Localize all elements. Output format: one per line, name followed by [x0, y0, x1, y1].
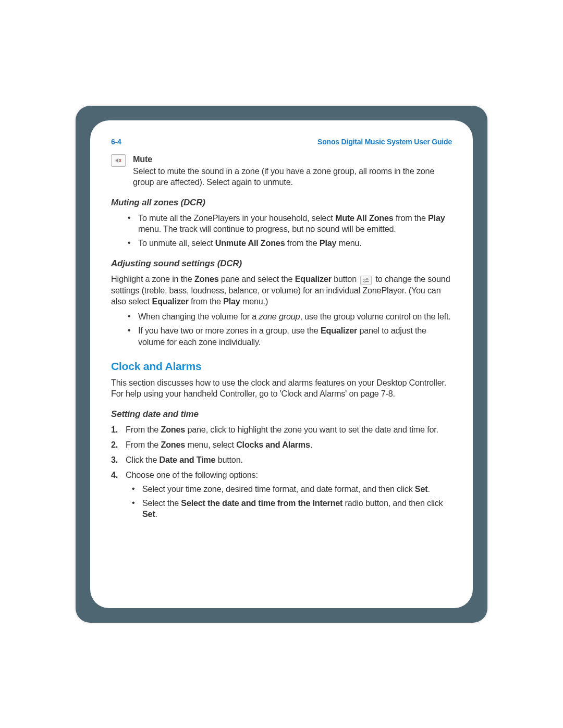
- adjusting-list: When changing the volume for a zone grou…: [111, 311, 452, 347]
- clock-intro: This section discusses how to use the cl…: [111, 377, 452, 399]
- adjusting-paragraph: Highlight a zone in the Zones pane and s…: [111, 274, 452, 307]
- list-item: When changing the volume for a zone grou…: [131, 311, 452, 322]
- document-page: 6-4 Sonos Digital Music System User Guid…: [90, 120, 473, 608]
- list-item: Click the Date and Time button.: [111, 454, 452, 465]
- list-item: From the Zones menu, select Clocks and A…: [111, 439, 452, 450]
- heading-muting-all-zones: Muting all zones (DCR): [111, 197, 452, 208]
- svg-point-5: [364, 281, 365, 282]
- mute-label: Mute: [133, 154, 452, 165]
- list-item: Choose one of the following options: Sel…: [111, 470, 452, 520]
- svg-point-3: [366, 278, 368, 280]
- list-item: Select the Select the date and time from…: [135, 498, 452, 520]
- mute-row: Mute Select to mute the sound in a zone …: [111, 154, 452, 188]
- list-item: If you have two or more zones in a group…: [131, 325, 452, 347]
- list-item: To mute all the ZonePlayers in your hous…: [131, 213, 452, 235]
- heading-adjusting-sound: Adjusting sound settings (DCR): [111, 258, 452, 269]
- options-sublist: Select your time zone, desired time form…: [126, 484, 452, 520]
- muting-all-list: To mute all the ZonePlayers in your hous…: [111, 213, 452, 249]
- page-number: 6-4: [111, 137, 121, 146]
- mute-description: Select to mute the sound in a zone (if y…: [133, 166, 452, 188]
- heading-clock-and-alarms: Clock and Alarms: [111, 359, 452, 373]
- equalizer-icon: [360, 276, 372, 285]
- heading-setting-date-time: Setting date and time: [111, 409, 452, 420]
- list-item: To unmute all, select Unmute All Zones f…: [131, 238, 452, 249]
- guide-title: Sonos Digital Music System User Guide: [317, 137, 452, 146]
- list-item: From the Zones pane, click to highlight …: [111, 424, 452, 435]
- mute-text: Mute Select to mute the sound in a zone …: [133, 154, 452, 188]
- document-frame: 6-4 Sonos Digital Music System User Guid…: [76, 106, 487, 623]
- mute-icon: [111, 154, 126, 167]
- list-item: Select your time zone, desired time form…: [135, 484, 452, 495]
- page-header: 6-4 Sonos Digital Music System User Guid…: [111, 137, 452, 146]
- setting-date-time-steps: From the Zones pane, click to highlight …: [111, 424, 452, 520]
